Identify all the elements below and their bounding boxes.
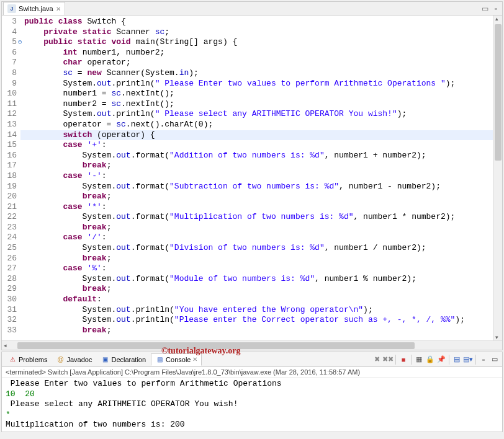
- maximize-icon[interactable]: ▭: [480, 4, 490, 14]
- view-tab-console[interactable]: ▤ Console ✕: [151, 353, 202, 366]
- pin-console-icon[interactable]: 📌: [436, 355, 446, 365]
- view-tab-declaration[interactable]: ▣ Declaration: [97, 354, 150, 365]
- editor-tab-bar: J Switch.java ✕ ▭ ▫: [2, 2, 502, 16]
- views-tab-bar: ⚠ Problems @ Javadoc ▣ Declaration ▤ Con…: [2, 352, 502, 367]
- code-area: 3456789101112131415161718192021222324252…: [2, 16, 502, 340]
- view-tab-problems[interactable]: ⚠ Problems: [4, 354, 51, 365]
- bottom-pane: ⚠ Problems @ Javadoc ▣ Declaration ▤ Con…: [1, 352, 503, 432]
- console-output[interactable]: Please Enter two values to perform Arith…: [2, 378, 502, 432]
- remove-all-icon[interactable]: ✖✖: [383, 355, 393, 365]
- source-code[interactable]: public class Switch { private static Sca…: [20, 16, 493, 340]
- view-tab-label: Problems: [19, 356, 47, 363]
- vertical-scrollbar[interactable]: [493, 16, 502, 340]
- close-icon[interactable]: ✕: [56, 6, 61, 12]
- view-tab-label: Console: [166, 356, 191, 363]
- java-file-icon: J: [7, 4, 16, 13]
- editor-tab-switch[interactable]: J Switch.java ✕: [3, 2, 65, 15]
- console-icon: ▤: [155, 355, 164, 364]
- scroll-lock-icon[interactable]: 🔒: [425, 355, 435, 365]
- clear-console-icon[interactable]: ▦: [414, 355, 424, 365]
- scroll-thumb[interactable]: [495, 24, 502, 161]
- min-view-icon[interactable]: ▫: [479, 355, 488, 365]
- editor-pane: J Switch.java ✕ ▭ ▫ 34567891011121314151…: [1, 1, 503, 350]
- display-selected-console-icon[interactable]: ▤: [452, 355, 462, 365]
- horizontal-scrollbar[interactable]: ◂: [2, 340, 502, 350]
- view-tab-label: Javadoc: [66, 356, 92, 363]
- open-console-icon[interactable]: ▤▾: [463, 355, 473, 365]
- view-tab-label: Declaration: [111, 356, 146, 363]
- close-icon[interactable]: ✕: [192, 356, 197, 363]
- terminate-icon[interactable]: ■: [398, 355, 408, 365]
- remove-launch-icon[interactable]: ✖: [372, 355, 382, 365]
- line-number-gutter: 3456789101112131415161718192021222324252…: [2, 16, 20, 340]
- problems-icon: ⚠: [8, 355, 17, 364]
- minimize-icon[interactable]: ▫: [491, 4, 501, 14]
- editor-tab-label: Switch.java: [19, 5, 53, 12]
- declaration-icon: ▣: [101, 355, 109, 364]
- javadoc-icon: @: [56, 355, 65, 364]
- max-view-icon[interactable]: ▭: [490, 355, 500, 365]
- scroll-thumb[interactable]: [17, 342, 415, 349]
- console-status: <terminated> Switch [Java Application] C…: [2, 367, 502, 378]
- view-tab-javadoc[interactable]: @ Javadoc: [52, 354, 96, 365]
